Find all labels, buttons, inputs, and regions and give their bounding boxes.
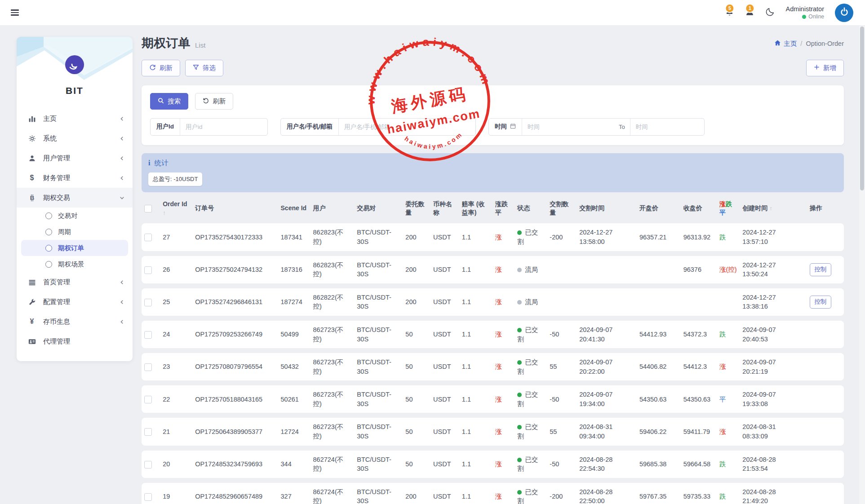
username-field-group: 用户名/手机/邮箱	[280, 118, 476, 136]
cell-result	[717, 288, 740, 316]
cell-coin: USDT	[430, 353, 459, 380]
cell-open-price: 54406.82	[637, 353, 681, 380]
cell-status: 已交割	[515, 418, 547, 445]
cell-odds: 1.1	[459, 451, 492, 478]
cell-order-id: 19	[160, 483, 192, 504]
sort-asc-icon: ↑	[769, 205, 772, 212]
toolbar: 刷新 筛选 新增	[142, 60, 844, 76]
status-dot-icon	[517, 490, 522, 495]
add-button[interactable]: 新增	[806, 60, 844, 76]
cell-order-no: OP1725708079796554	[192, 353, 278, 380]
cell-amount: 50	[403, 385, 430, 413]
cell-direction: 涨	[492, 223, 515, 251]
notifications-bell[interactable]: 5	[725, 7, 734, 18]
row-checkbox[interactable]	[144, 299, 152, 306]
sidebar-subitem-period[interactable]: 周期	[17, 224, 133, 240]
sidebar-item-config[interactable]: 配置管理	[17, 292, 133, 312]
chevron-left-icon	[120, 280, 124, 285]
row-checkbox[interactable]	[144, 266, 152, 274]
cell-direction: 涨	[492, 288, 515, 316]
sidebar-item-option-trading[interactable]: B 期权交易	[17, 188, 133, 208]
cell-user: 862723(不控)	[311, 353, 355, 380]
user-id-field-group: 用户Id	[150, 118, 268, 136]
sidebar-subitem-trading-pairs[interactable]: 交易对	[17, 208, 133, 224]
avatar[interactable]	[835, 4, 853, 22]
sidebar-item-system[interactable]: 系统	[17, 128, 133, 148]
menu-toggle-icon[interactable]	[9, 5, 21, 20]
row-checkbox[interactable]	[144, 396, 152, 403]
cell-coin: USDT	[430, 321, 459, 348]
sidebar-item-home[interactable]: 主页	[17, 109, 133, 128]
refresh-button[interactable]: 刷新	[142, 60, 180, 76]
row-checkbox[interactable]	[144, 363, 152, 371]
row-checkbox[interactable]	[144, 428, 152, 436]
sidebar-item-agents[interactable]: 代理管理	[17, 332, 133, 351]
row-checkbox[interactable]	[144, 331, 152, 339]
time-from-input[interactable]	[522, 119, 614, 135]
sidebar-subitem-option-scenes[interactable]: 期权场景	[17, 256, 133, 272]
cell-checkbox	[142, 288, 160, 316]
sidebar-item-users[interactable]: 用户管理	[17, 148, 133, 168]
sidebar-logo-area: BIT	[17, 37, 133, 109]
reset-button[interactable]: 刷新	[195, 93, 233, 110]
cell-created-at: 2024-09-07 20:40:53	[740, 321, 800, 348]
filter-button[interactable]: 筛选	[185, 60, 223, 76]
brand-logo-icon	[64, 54, 85, 77]
sidebar-subitem-label: 交易对	[58, 212, 78, 220]
screen: 5 1 Administrator Online	[0, 0, 865, 504]
control-button[interactable]: 控制	[810, 263, 831, 276]
radio-icon	[45, 229, 52, 235]
search-button[interactable]: 搜索	[150, 93, 188, 110]
cell-order-no: OP1725709253266749	[192, 321, 278, 348]
cell-close-price: 54350.63	[681, 385, 717, 413]
radio-icon	[45, 212, 52, 219]
sidebar-item-label: 代理管理	[43, 337, 70, 346]
gear-icon	[27, 135, 36, 142]
cell-pair: BTC/USDT-30S	[354, 385, 403, 413]
control-button[interactable]: 控制	[810, 296, 831, 309]
time-to-input[interactable]	[630, 119, 704, 135]
moon-icon	[765, 7, 775, 18]
table-row: 21OP172506438990537712724862723(不控)BTC/U…	[142, 418, 844, 445]
sidebar-subitem-option-orders[interactable]: 期权订单	[21, 240, 128, 256]
cell-scene-id: 12724	[278, 418, 311, 445]
row-checkbox[interactable]	[144, 234, 152, 241]
header-delivery-time: 交割时间	[577, 198, 637, 219]
home-icon	[774, 40, 781, 48]
header-order-id[interactable]: Order Id ↑	[160, 198, 192, 219]
cell-amount: 50	[403, 451, 430, 478]
cell-amount: 50	[403, 418, 430, 445]
time-label: 时间	[489, 119, 522, 135]
plus-icon	[814, 64, 820, 71]
chart-bar-icon	[27, 115, 36, 123]
user-notifications[interactable]: 1	[745, 7, 754, 18]
main-content: 期权订单 List 主页 / Option-Order 刷新 筛选	[142, 37, 844, 504]
sidebar-item-finance[interactable]: $ 财务管理	[17, 168, 133, 188]
page-scrollbar[interactable]	[859, 26, 865, 504]
user-id-label: 用户Id	[151, 119, 180, 135]
cell-delivery-amount: -50	[547, 451, 577, 478]
select-all-checkbox[interactable]	[144, 205, 152, 212]
row-checkbox[interactable]	[144, 461, 152, 469]
dark-mode-toggle[interactable]	[765, 7, 775, 18]
header-created-at[interactable]: 创建时间 ↑	[740, 198, 800, 219]
sidebar-subitem-label: 周期	[58, 228, 71, 236]
username-input[interactable]	[339, 119, 475, 135]
cell-open-price	[637, 288, 681, 316]
user-id-input[interactable]	[180, 119, 267, 135]
breadcrumb-home-link[interactable]: 主页	[774, 40, 797, 48]
table-header-row: Order Id ↑ 订单号 Scene Id 用户 交易对 委托数量 币种名称…	[142, 198, 844, 219]
cell-action	[800, 385, 844, 413]
sidebar-item-homepage-manage[interactable]: 首页管理	[17, 272, 133, 292]
radio-icon	[45, 261, 52, 268]
cell-coin: USDT	[430, 451, 459, 478]
scrollbar-thumb[interactable]	[860, 27, 864, 190]
cell-created-at: 2024-08-28 21:49:20	[740, 483, 800, 504]
cell-open-price: 59406.22	[637, 418, 681, 445]
sidebar-item-label: 存币生息	[43, 318, 70, 326]
row-checkbox[interactable]	[144, 493, 152, 501]
cell-created-at: 2024-08-28 21:53:54	[740, 451, 800, 478]
sidebar-item-staking[interactable]: ¥ 存币生息	[17, 312, 133, 332]
breadcrumb-current: Option-Order	[806, 40, 844, 47]
cell-result: 跌	[717, 451, 740, 478]
